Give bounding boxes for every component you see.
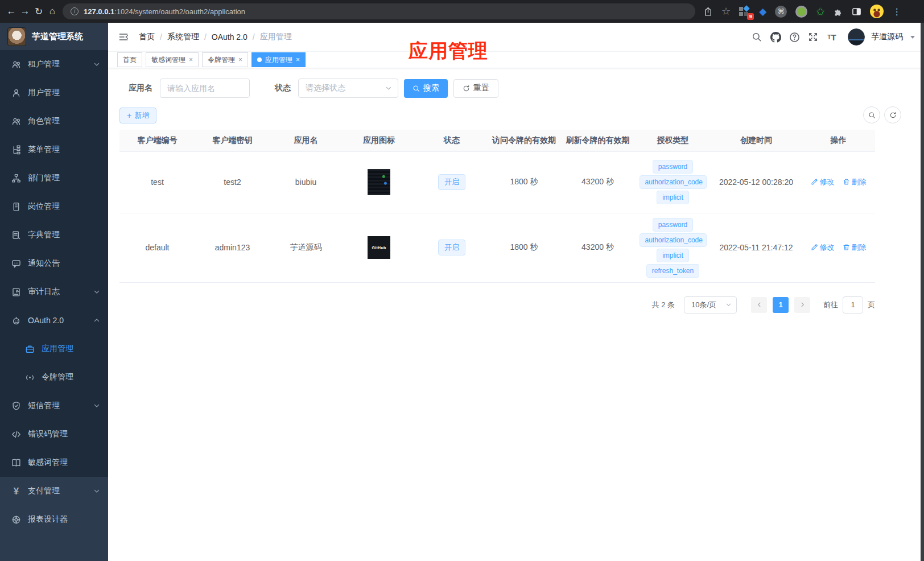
tab-home[interactable]: 首页 bbox=[117, 52, 142, 67]
sidebar-item-label: 部门管理 bbox=[28, 173, 60, 183]
sidebar-item-dict[interactable]: 字典管理 bbox=[0, 221, 108, 249]
browser-home-button[interactable]: ⌂ bbox=[46, 3, 59, 19]
chevron-left-icon bbox=[756, 302, 762, 308]
sidebar-item-label: 审计日志 bbox=[28, 287, 60, 297]
prev-page-button[interactable] bbox=[751, 297, 767, 313]
sidebar-item-notice[interactable]: 通知公告 bbox=[0, 249, 108, 278]
sidebar-item-dept[interactable]: 部门管理 bbox=[0, 164, 108, 192]
sidebar-item-sensitive-word[interactable]: 敏感词管理 bbox=[0, 448, 108, 477]
robot-icon bbox=[11, 316, 21, 325]
url-text: 127.0.0.1:1024/system/oauth2/oauth2/appl… bbox=[84, 7, 245, 16]
tags-view-bar: 首页 敏感词管理 × 令牌管理 × 应用管理 × bbox=[108, 51, 924, 68]
bookmark-star-icon[interactable]: ☆ bbox=[721, 5, 731, 18]
user-avatar[interactable] bbox=[848, 28, 865, 46]
tab-application[interactable]: 应用管理 × bbox=[251, 52, 306, 67]
edit-label: 修改 bbox=[820, 242, 835, 253]
sidebar-item-oauth[interactable]: OAuth 2.0 bbox=[0, 306, 108, 335]
sidebar-item-pay[interactable]: ¥ 支付管理 bbox=[0, 477, 108, 505]
rabbit-logo-icon bbox=[7, 27, 26, 46]
command-extension-icon[interactable]: ⌘ bbox=[775, 6, 787, 18]
grant-type-tag: authorization_code bbox=[640, 175, 707, 189]
breadcrumb-oauth[interactable]: OAuth 2.0 bbox=[212, 32, 248, 42]
breadcrumb: 首页 / 系统管理 / OAuth 2.0 / 应用管理 bbox=[139, 32, 292, 42]
toggle-search-button[interactable] bbox=[863, 106, 880, 123]
grant-type-tag: implicit bbox=[657, 249, 689, 262]
chevron-down-icon bbox=[93, 402, 100, 409]
sidebar-item-tenant[interactable]: 租户管理 bbox=[0, 50, 108, 79]
sidebar-item-label: 敏感词管理 bbox=[28, 457, 68, 468]
font-size-icon[interactable]: TT bbox=[826, 31, 838, 43]
app: 芋道管理系统 租户管理 用户管理 角色管理 菜单管理 部门管理 bbox=[0, 23, 924, 561]
delete-link[interactable]: 删除 bbox=[843, 177, 867, 187]
fullscreen-icon[interactable] bbox=[807, 31, 819, 43]
breadcrumb-system[interactable]: 系统管理 bbox=[167, 32, 199, 42]
browser-menu-icon[interactable]: ⋮ bbox=[892, 6, 901, 17]
sidebar-item-audit[interactable]: 审计日志 bbox=[0, 278, 108, 306]
sidebar-menu: 租户管理 用户管理 角色管理 菜单管理 部门管理 岗位管理 bbox=[0, 50, 108, 477]
sidebar-item-user[interactable]: 用户管理 bbox=[0, 79, 108, 107]
delete-link[interactable]: 删除 bbox=[843, 242, 867, 253]
page-number-1[interactable]: 1 bbox=[773, 297, 789, 313]
username[interactable]: 芋道源码 bbox=[871, 32, 903, 42]
sidebar-item-label: 错误码管理 bbox=[28, 429, 68, 439]
help-icon[interactable] bbox=[788, 31, 801, 43]
edit-link[interactable]: 修改 bbox=[811, 177, 835, 187]
browser-back-button[interactable]: ← bbox=[5, 3, 18, 19]
sidebar-item-oauth-application[interactable]: 应用管理 bbox=[0, 335, 108, 363]
tab-token[interactable]: 令牌管理 × bbox=[202, 52, 248, 67]
sidebar-item-menu[interactable]: 菜单管理 bbox=[0, 135, 108, 164]
reset-button[interactable]: 重置 bbox=[453, 79, 498, 98]
emoji-avatar-icon[interactable] bbox=[870, 5, 884, 18]
cell-actions: 修改 删除 bbox=[802, 151, 875, 213]
search-icon[interactable] bbox=[750, 31, 763, 43]
table-header-row: 客户端编号 客户端密钥 应用名 应用图标 状态 访问令牌的有效期 刷新令牌的有效… bbox=[119, 130, 875, 151]
edit-link[interactable]: 修改 bbox=[811, 242, 835, 253]
sidebar-item-role[interactable]: 角色管理 bbox=[0, 107, 108, 135]
green-star-extension-icon[interactable]: ✩ bbox=[816, 6, 825, 17]
sidebar-item-oauth-token[interactable]: 令牌管理 bbox=[0, 363, 108, 391]
edit-label: 修改 bbox=[820, 177, 835, 187]
browser-chrome: ← → ↻ ⌂ i 127.0.0.1:1024/system/oauth2/o… bbox=[0, 0, 924, 23]
app-name-input[interactable] bbox=[160, 79, 250, 98]
sidebar-item-post[interactable]: 岗位管理 bbox=[0, 192, 108, 221]
add-button-label: 新增 bbox=[134, 110, 149, 121]
record-extension-icon[interactable] bbox=[795, 6, 807, 18]
url-bar[interactable]: i 127.0.0.1:1024/system/oauth2/oauth2/ap… bbox=[63, 3, 695, 19]
breadcrumb-separator: / bbox=[160, 32, 162, 42]
chevron-down-icon bbox=[93, 61, 100, 68]
sidebar-item-errorcode[interactable]: 错误码管理 bbox=[0, 420, 108, 448]
tab-sensitive-word[interactable]: 敏感词管理 × bbox=[146, 52, 199, 67]
share-icon[interactable] bbox=[703, 7, 713, 16]
close-icon[interactable]: × bbox=[296, 56, 300, 63]
sidebar-item-sms[interactable]: 短信管理 bbox=[0, 391, 108, 420]
sidebar-item-label: 令牌管理 bbox=[42, 372, 73, 382]
page-unit-label: 页 bbox=[868, 300, 875, 310]
puzzle-extensions-icon[interactable] bbox=[834, 7, 843, 16]
breadcrumb-home[interactable]: 首页 bbox=[139, 32, 155, 42]
status-select[interactable]: 请选择状态 bbox=[298, 79, 398, 98]
caret-down-icon[interactable] bbox=[910, 36, 915, 39]
sidebar-collapse-icon[interactable] bbox=[117, 31, 130, 43]
goto-page-input[interactable] bbox=[843, 296, 863, 314]
window-scrollbar[interactable] bbox=[921, 23, 924, 561]
close-icon[interactable]: × bbox=[238, 56, 242, 63]
refresh-table-button[interactable] bbox=[884, 106, 901, 123]
cell-access-ttl: 1800 秒 bbox=[488, 213, 560, 282]
goto-label: 前往 bbox=[823, 300, 838, 310]
sidebar-item-label: 支付管理 bbox=[28, 486, 60, 496]
sidebar-item-report[interactable]: 报表设计器 bbox=[0, 505, 108, 534]
split-view-icon[interactable] bbox=[852, 7, 861, 16]
add-button[interactable]: + 新增 bbox=[119, 108, 156, 123]
extension-grid-icon[interactable]: 9 bbox=[739, 6, 750, 17]
browser-refresh-button[interactable]: ↻ bbox=[32, 3, 46, 19]
browser-forward-button[interactable]: → bbox=[18, 3, 32, 19]
col-client-id: 客户端编号 bbox=[119, 130, 195, 151]
next-page-button[interactable] bbox=[794, 297, 810, 313]
github-icon[interactable] bbox=[769, 31, 782, 43]
page-size-select[interactable]: 10条/页 bbox=[684, 296, 737, 314]
search-button[interactable]: 搜索 bbox=[404, 79, 448, 98]
site-info-icon[interactable]: i bbox=[71, 7, 79, 15]
close-icon[interactable]: × bbox=[189, 56, 193, 63]
status-label: 状态 bbox=[275, 83, 291, 93]
kite-extension-icon[interactable]: ◆ bbox=[759, 7, 766, 16]
